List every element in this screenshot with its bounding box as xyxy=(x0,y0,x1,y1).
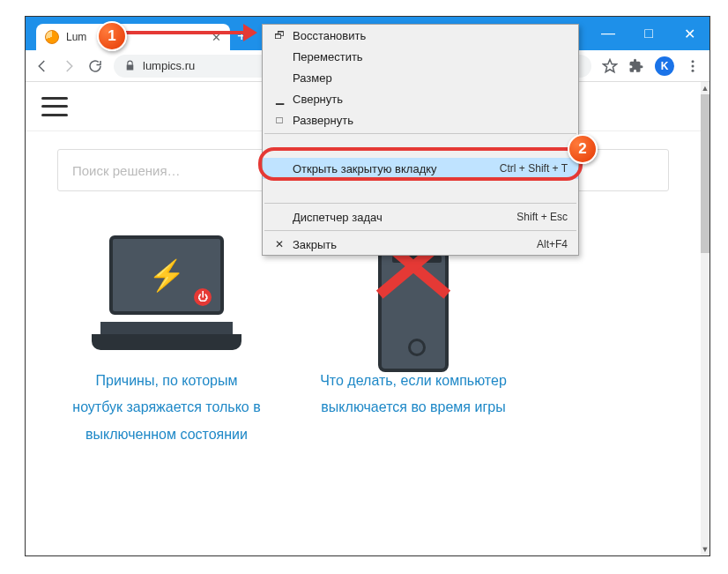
annotation-badge-1: 1 xyxy=(97,21,127,51)
svg-point-2 xyxy=(692,64,695,67)
window-minimize-button[interactable]: — xyxy=(588,17,628,50)
menu-item-obscured-top[interactable] xyxy=(263,137,578,158)
menu-item-restore[interactable]: 🗗Восстановить xyxy=(263,25,578,46)
profile-avatar[interactable]: K xyxy=(655,56,674,76)
url-text: lumpics.ru xyxy=(143,59,195,72)
scroll-up-icon[interactable]: ▲ xyxy=(701,82,709,94)
kebab-menu-icon[interactable] xyxy=(685,58,701,74)
bookmark-star-icon[interactable] xyxy=(602,58,618,74)
window-maximize-button[interactable]: □ xyxy=(628,17,669,50)
svg-point-1 xyxy=(692,60,695,63)
menu-item-reopen-closed-tab[interactable]: Открыть закрытую вкладкуCtrl + Shift + T xyxy=(263,158,578,179)
menu-item-move[interactable]: Переместить xyxy=(263,46,578,67)
article-title: Что делать, если компьютер выключается в… xyxy=(316,368,510,421)
menu-item-obscured-bottom[interactable] xyxy=(263,179,578,200)
menu-item-maximize[interactable]: □Развернуть xyxy=(263,109,578,130)
search-placeholder: Поиск решения… xyxy=(72,163,181,178)
scrollbar-thumb[interactable] xyxy=(701,94,709,253)
favicon-icon xyxy=(45,30,59,44)
article-title: Причины, по которым ноутбук заряжается т… xyxy=(70,368,264,448)
menu-separator xyxy=(264,230,576,231)
maximize-icon: □ xyxy=(270,114,289,126)
lock-icon xyxy=(124,60,136,71)
reload-button[interactable] xyxy=(87,58,103,74)
tab-title: Lum xyxy=(66,31,86,43)
window-controls: — □ ✕ xyxy=(588,17,709,50)
menu-separator xyxy=(264,203,576,204)
system-context-menu: 🗗Восстановить Переместить Размер ▁Сверну… xyxy=(262,24,579,256)
menu-item-size[interactable]: Размер xyxy=(263,67,578,88)
hamburger-menu-icon[interactable] xyxy=(41,97,68,116)
extensions-icon[interactable] xyxy=(628,58,644,74)
article-card-laptop[interactable]: ⚡⏻ Причины, по которым ноутбук заряжаетс… xyxy=(70,218,264,448)
bolt-icon: ⚡ xyxy=(148,257,185,293)
power-icon: ⏻ xyxy=(194,288,212,306)
vertical-scrollbar[interactable]: ▲ ▼ xyxy=(701,82,709,555)
menu-separator xyxy=(264,133,576,134)
svg-point-3 xyxy=(692,69,695,71)
new-tab-button[interactable]: + xyxy=(237,27,247,46)
tab-close-icon[interactable]: ✕ xyxy=(212,31,221,44)
menu-item-task-manager[interactable]: Диспетчер задачShift + Esc xyxy=(263,206,578,227)
minimize-icon: ▁ xyxy=(270,93,289,105)
forward-button[interactable] xyxy=(61,58,77,74)
browser-tab[interactable]: Lum ✕ xyxy=(36,24,230,50)
back-button[interactable] xyxy=(34,58,50,74)
annotation-badge-2: 2 xyxy=(568,134,598,164)
close-icon: ✕ xyxy=(270,238,289,250)
scroll-down-icon[interactable]: ▼ xyxy=(701,543,709,555)
restore-icon: 🗗 xyxy=(270,29,289,41)
menu-item-close[interactable]: ✕ЗакрытьAlt+F4 xyxy=(263,234,578,255)
laptop-illustration: ⚡⏻ xyxy=(70,218,264,368)
window-close-button[interactable]: ✕ xyxy=(669,17,709,50)
menu-item-minimize[interactable]: ▁Свернуть xyxy=(263,88,578,109)
svg-marker-0 xyxy=(604,59,617,71)
